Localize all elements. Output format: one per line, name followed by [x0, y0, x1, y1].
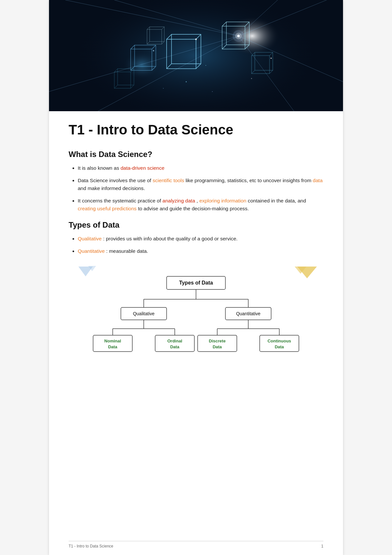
svg-text:Nominal: Nominal [104, 338, 121, 343]
bullet-text: like programming, statistics, etc to unc… [186, 178, 313, 183]
highlight-analyzing: analyzing data [162, 198, 195, 203]
bullet-text: and make informed decisions. [78, 185, 145, 191]
footer-page-number: 1 [321, 544, 323, 548]
bullet-text: : provides us with info about the qualit… [103, 236, 238, 241]
diagram-container: Types of Data Qualitative Quantitative [69, 263, 323, 368]
svg-point-53 [270, 58, 272, 59]
svg-text:Quantitative: Quantitative [236, 311, 261, 316]
svg-text:Qualitative: Qualitative [133, 311, 155, 316]
bullet-text: contained in the data, and [248, 198, 306, 203]
svg-point-56 [163, 88, 164, 89]
bullet-text: It concerns the systematic practice of [78, 198, 162, 203]
svg-point-2 [193, 10, 284, 75]
svg-point-54 [186, 81, 187, 82]
svg-point-51 [195, 39, 197, 40]
highlight-qualitative: Qualitative [78, 236, 102, 241]
svg-point-57 [251, 78, 252, 79]
highlight-data: data [313, 178, 322, 183]
svg-text:Discrete: Discrete [209, 338, 225, 343]
footer-title: T1 - Intro to Data Science [69, 544, 113, 548]
bullet-text: to advise and guide the decision-making … [138, 206, 249, 211]
bullet-item: Quantitative : measurable data. [78, 247, 323, 255]
types-of-data-diagram: Types of Data Qualitative Quantitative [78, 270, 314, 361]
svg-text:Types of Data: Types of Data [179, 280, 213, 286]
section2-title: Types of Data [69, 220, 323, 230]
bullet-item: Data Science involves the use of scienti… [78, 177, 323, 192]
section1-bullets: It is also known as data-driven science … [69, 164, 323, 213]
page-footer: T1 - Intro to Data Science 1 [69, 541, 323, 548]
section2-bullets: Qualitative : provides us with info abou… [69, 235, 323, 255]
deco-triangle-right-small [295, 267, 306, 274]
main-content: T1 - Intro to Data Science What is Data … [49, 111, 343, 388]
bullet-text: : measurable data. [106, 248, 148, 254]
svg-point-55 [212, 91, 213, 92]
section1-title: What is Data Science? [69, 150, 323, 159]
bullet-text: Data Science involves the use of [78, 178, 153, 183]
highlight-creating: creating useful predictions [78, 206, 137, 211]
svg-text:Continuous: Continuous [268, 338, 291, 343]
highlight-exploring: exploring information [199, 198, 246, 203]
bullet-text: , [197, 198, 200, 203]
svg-text:Data: Data [108, 344, 118, 349]
svg-text:Data: Data [275, 344, 284, 349]
highlight-data-driven: data-driven science [121, 165, 164, 171]
svg-text:Data: Data [213, 344, 222, 349]
svg-point-50 [233, 30, 244, 42]
highlight-quantitative: Quantitative [78, 248, 105, 254]
bullet-item: It is also known as data-driven science [78, 164, 323, 172]
page: T1 - Intro to Data Science What is Data … [49, 0, 343, 555]
bullet-item: Qualitative : provides us with info abou… [78, 235, 323, 243]
deco-triangle-left-small [88, 266, 96, 271]
hero-image [49, 0, 343, 111]
highlight-scientific-tools: scientific tools [153, 178, 184, 183]
bullet-item: It concerns the systematic practice of a… [78, 197, 323, 213]
svg-text:Ordinal: Ordinal [167, 338, 182, 343]
svg-text:Data: Data [170, 344, 180, 349]
main-title: T1 - Intro to Data Science [69, 122, 323, 138]
svg-point-52 [153, 50, 154, 51]
bullet-text: It is also known as [78, 165, 121, 171]
svg-point-58 [205, 65, 206, 66]
